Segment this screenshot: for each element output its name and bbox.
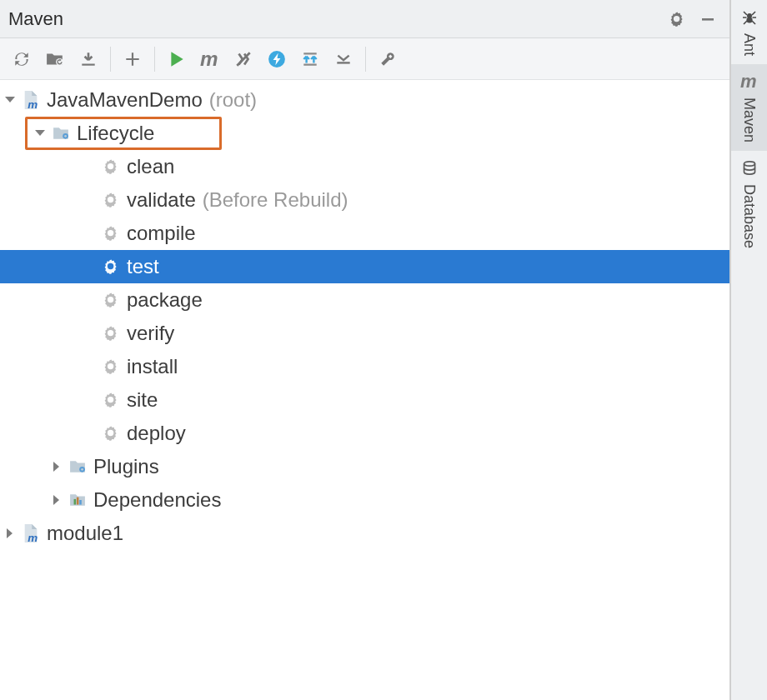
project-name: JavaMavenDemo — [47, 88, 203, 112]
lifecycle-goal-label: compile — [127, 222, 196, 245]
tree-lifecycle-node[interactable]: Lifecycle — [25, 117, 222, 150]
gear-icon — [98, 258, 123, 276]
dependencies-label: Dependencies — [93, 488, 221, 512]
lifecycle-goal-label: deploy — [127, 422, 186, 445]
show-diagram-button[interactable] — [293, 42, 327, 76]
chevron-right-icon[interactable] — [3, 527, 17, 540]
tab-maven[interactable]: Maven — [731, 64, 768, 151]
add-project-button[interactable] — [116, 42, 149, 76]
lifecycle-goal-install[interactable]: install — [0, 350, 729, 383]
folder-gear-icon — [65, 458, 90, 475]
tab-database[interactable]: Database — [731, 151, 768, 257]
lifecycle-goal-hint: (Before Rebuild) — [203, 188, 348, 212]
database-icon — [741, 158, 758, 179]
tree-plugins-node[interactable]: Plugins — [0, 450, 729, 483]
folder-gear-icon — [48, 125, 73, 142]
lifecycle-goal-compile[interactable]: compile — [0, 217, 729, 250]
gear-icon[interactable] — [668, 10, 686, 28]
tab-ant-label: Ant — [740, 28, 758, 64]
run-button[interactable] — [160, 42, 193, 76]
gear-icon — [98, 191, 123, 209]
titlebar: Maven — [0, 0, 729, 38]
lifecycle-goal-label: validate — [127, 188, 196, 212]
maven-module-icon — [18, 91, 43, 109]
lifecycle-goal-label: verify — [127, 322, 174, 345]
plugins-label: Plugins — [93, 455, 159, 478]
maven-settings-button[interactable] — [371, 42, 404, 76]
ant-icon — [741, 7, 758, 28]
gear-icon — [98, 324, 123, 342]
lifecycle-goal-validate[interactable]: validate(Before Rebuild) — [0, 183, 729, 217]
toggle-skip-tests-button[interactable] — [227, 42, 260, 76]
reload-button[interactable] — [5, 42, 38, 76]
right-tool-strip: Ant Maven Database — [730, 0, 767, 700]
maven-tree[interactable]: JavaMavenDemo (root) Lifecycle cleanvali… — [0, 80, 729, 700]
maven-panel: Maven — [0, 0, 730, 700]
minimize-icon[interactable] — [699, 11, 716, 28]
toolbar — [0, 38, 729, 80]
lifecycle-goals-list: cleanvalidate(Before Rebuild)compiletest… — [0, 150, 729, 450]
chevron-right-icon[interactable] — [50, 493, 63, 507]
execute-goal-button[interactable] — [193, 42, 227, 76]
lifecycle-goal-package[interactable]: package — [0, 283, 729, 317]
maven-m-icon — [740, 71, 759, 92]
gear-icon — [98, 391, 123, 409]
maven-module-icon — [18, 524, 43, 542]
chevron-right-icon[interactable] — [50, 460, 63, 473]
lifecycle-goal-label: test — [127, 255, 159, 278]
lifecycle-label: Lifecycle — [77, 122, 154, 145]
lifecycle-goal-site[interactable]: site — [0, 383, 729, 417]
generate-sources-button[interactable] — [38, 42, 72, 76]
tree-module1-node[interactable]: module1 — [0, 517, 729, 550]
dependencies-icon — [65, 492, 90, 508]
tree-project-root[interactable]: JavaMavenDemo (root) — [0, 83, 729, 117]
lifecycle-goal-verify[interactable]: verify — [0, 317, 729, 350]
gear-icon — [98, 291, 123, 309]
lifecycle-goal-test[interactable]: test — [0, 250, 729, 283]
toggle-offline-button[interactable] — [260, 42, 293, 76]
lifecycle-goal-deploy[interactable]: deploy — [0, 417, 729, 450]
download-sources-button[interactable] — [72, 42, 105, 76]
lifecycle-goal-label: package — [127, 288, 203, 312]
gear-icon — [98, 158, 123, 176]
tab-ant[interactable]: Ant — [731, 0, 768, 64]
tab-database-label: Database — [740, 179, 758, 257]
module-name: module1 — [47, 522, 123, 545]
chevron-down-icon[interactable] — [33, 127, 47, 140]
collapse-all-button[interactable] — [327, 42, 360, 76]
gear-icon — [98, 424, 123, 442]
tree-dependencies-node[interactable]: Dependencies — [0, 483, 729, 517]
chevron-down-icon[interactable] — [3, 93, 17, 107]
lifecycle-goal-label: clean — [127, 155, 174, 178]
lifecycle-goal-label: install — [127, 355, 178, 378]
gear-icon — [98, 358, 123, 376]
gear-icon — [98, 224, 123, 242]
panel-title: Maven — [8, 8, 668, 30]
lifecycle-goal-label: site — [127, 388, 158, 412]
project-suffix: (root) — [209, 88, 257, 112]
tab-maven-label: Maven — [740, 92, 758, 151]
lifecycle-goal-clean[interactable]: clean — [0, 150, 729, 183]
